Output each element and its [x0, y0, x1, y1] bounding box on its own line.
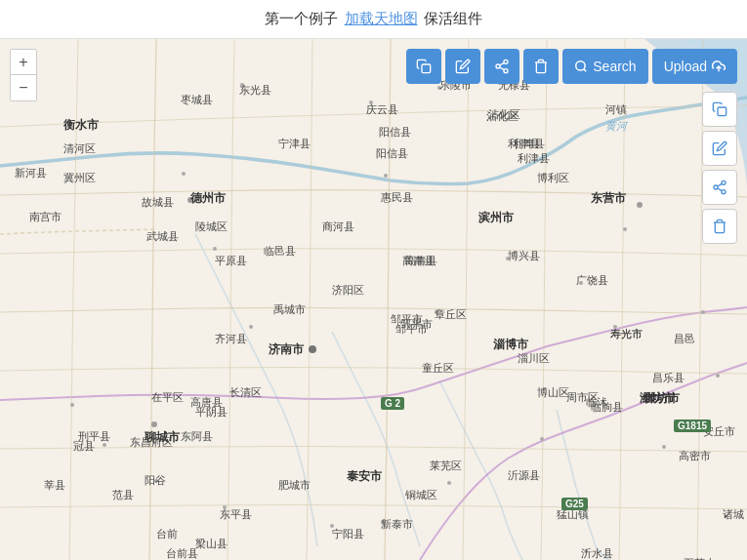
search-label: Search: [593, 59, 636, 74]
svg-point-19: [435, 310, 438, 314]
svg-point-17: [384, 174, 388, 178]
svg-rect-0: [0, 39, 747, 560]
svg-point-12: [437, 86, 441, 90]
svg-point-43: [504, 69, 508, 73]
svg-point-3: [480, 215, 486, 220]
svg-point-25: [716, 374, 720, 378]
zoom-in-button[interactable]: +: [11, 50, 36, 75]
svg-point-27: [662, 445, 666, 449]
edit-toolbar-button[interactable]: [445, 49, 480, 84]
copy-toolbar-button[interactable]: [406, 49, 441, 84]
svg-point-14: [182, 172, 186, 176]
svg-point-30: [381, 520, 385, 524]
svg-point-26: [689, 422, 693, 426]
svg-point-15: [213, 247, 217, 251]
svg-point-52: [722, 190, 726, 194]
right-share-button[interactable]: [702, 170, 737, 205]
svg-line-53: [718, 188, 723, 191]
search-button[interactable]: Search: [562, 49, 647, 84]
svg-point-32: [196, 540, 200, 543]
upload-label: Upload: [664, 59, 707, 74]
svg-point-21: [579, 281, 583, 285]
svg-point-6: [495, 343, 501, 349]
svg-line-54: [718, 183, 723, 186]
svg-rect-40: [422, 64, 431, 73]
svg-point-9: [240, 83, 244, 87]
svg-point-39: [70, 403, 74, 407]
title-link[interactable]: 加载天地图: [345, 10, 418, 28]
svg-point-10: [369, 100, 373, 104]
svg-point-7: [637, 202, 643, 208]
svg-point-8: [642, 395, 647, 401]
upload-button[interactable]: Upload: [652, 49, 737, 84]
zoom-out-button[interactable]: −: [11, 75, 36, 100]
svg-point-38: [103, 443, 106, 447]
svg-point-36: [584, 549, 588, 553]
svg-point-4: [151, 421, 157, 427]
svg-point-31: [223, 505, 227, 509]
svg-rect-49: [718, 107, 726, 116]
svg-line-44: [500, 67, 505, 70]
map-svg: [0, 39, 747, 560]
svg-line-47: [584, 69, 587, 72]
svg-point-22: [623, 227, 627, 231]
right-copy-button[interactable]: [702, 92, 737, 127]
svg-point-24: [701, 310, 705, 314]
share-toolbar-button[interactable]: [484, 49, 519, 84]
svg-point-41: [504, 60, 508, 63]
svg-point-46: [576, 61, 585, 70]
svg-point-16: [249, 325, 253, 329]
svg-line-45: [500, 62, 505, 65]
right-edit-button[interactable]: [702, 131, 737, 166]
svg-point-20: [506, 257, 510, 260]
svg-point-34: [330, 524, 334, 528]
svg-point-51: [714, 185, 718, 189]
zoom-controls: + −: [10, 49, 37, 101]
svg-point-37: [154, 479, 158, 483]
svg-point-11: [525, 140, 529, 143]
svg-point-1: [187, 197, 193, 203]
svg-point-2: [309, 345, 316, 353]
right-delete-button[interactable]: [702, 209, 737, 244]
delete-toolbar-button[interactable]: [523, 49, 559, 84]
svg-point-28: [540, 437, 544, 441]
map-container[interactable]: 衡水市枣城县东光县清河区新河县冀州区故城县德州市陵城区平原县南宫市武城县庆云县阳…: [0, 39, 747, 560]
title-prefix: 第一个例子: [265, 10, 338, 28]
svg-point-5: [349, 473, 354, 479]
svg-point-42: [496, 64, 500, 68]
svg-point-18: [403, 257, 407, 260]
page-title-bar: 第一个例子 加载天地图 保活组件: [0, 0, 747, 39]
svg-point-23: [613, 325, 617, 329]
river-label: 黄河: [605, 119, 627, 134]
right-toolbar: [702, 92, 737, 244]
top-toolbar: Search Upload: [406, 49, 737, 84]
svg-point-29: [447, 481, 451, 485]
svg-point-50: [722, 180, 726, 184]
title-suffix: 保活组件: [424, 10, 482, 28]
